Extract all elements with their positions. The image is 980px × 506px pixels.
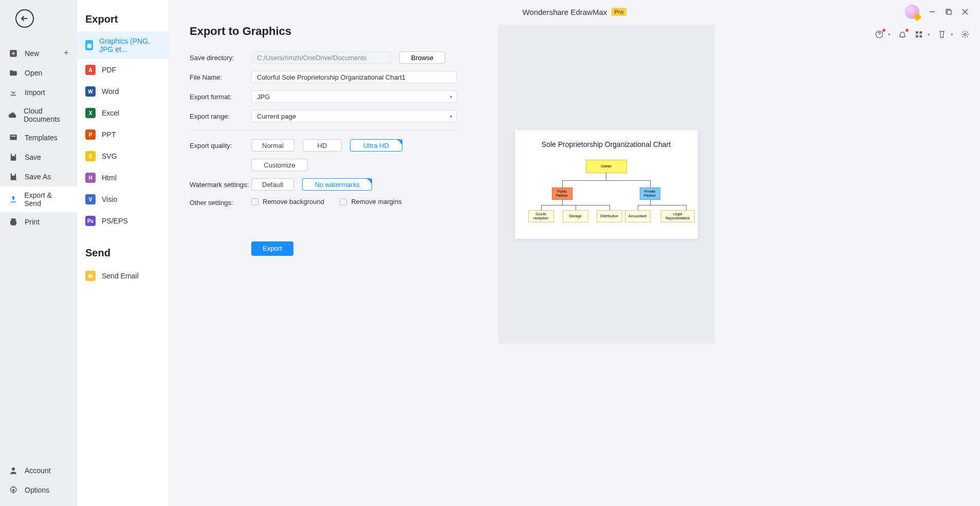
nav-templates[interactable]: Templates bbox=[0, 128, 77, 147]
range-select[interactable]: Current page bbox=[251, 110, 457, 122]
bell-icon[interactable] bbox=[898, 30, 907, 39]
minimize-button[interactable] bbox=[929, 8, 936, 15]
print-icon bbox=[8, 217, 19, 227]
preview-box: Sole Proprietorship Organizational Chart… bbox=[498, 25, 714, 344]
plus-square-icon bbox=[8, 48, 19, 59]
type-pdf[interactable]: A PDF bbox=[77, 59, 169, 81]
export-form: Export to Graphics Save directory: Brows… bbox=[190, 25, 457, 506]
toolbar: ▾ ▾ ▾ bbox=[875, 30, 970, 39]
visio-icon: V bbox=[85, 194, 96, 204]
theme-icon[interactable] bbox=[937, 30, 947, 39]
quality-hd[interactable]: HD bbox=[303, 139, 342, 152]
templates-icon bbox=[8, 133, 19, 143]
customize-button[interactable]: Customize bbox=[251, 159, 308, 171]
nav-label: Account bbox=[25, 466, 51, 475]
nav-save-as[interactable]: Save As bbox=[0, 167, 77, 186]
save-dir-input[interactable] bbox=[251, 51, 391, 64]
nav-print[interactable]: Print bbox=[0, 212, 77, 232]
nav-new[interactable]: New + bbox=[0, 43, 77, 63]
account-icon bbox=[8, 465, 19, 476]
nav-open[interactable]: Open bbox=[0, 63, 77, 83]
watermark-none[interactable]: No watermarks bbox=[302, 178, 372, 191]
nav-export-send[interactable]: Export & Send bbox=[0, 186, 77, 212]
email-icon: ✉ bbox=[85, 271, 96, 281]
grid-icon[interactable] bbox=[914, 30, 923, 39]
nav-label: Options bbox=[25, 486, 49, 494]
format-select[interactable]: JPG bbox=[251, 90, 457, 103]
nav-import[interactable]: Import bbox=[0, 83, 77, 102]
type-label: PDF bbox=[102, 66, 116, 74]
chevron-down-icon[interactable]: ▾ bbox=[951, 32, 953, 37]
quality-ultra-hd[interactable]: Ultra HD bbox=[350, 139, 402, 152]
excel-icon: X bbox=[85, 108, 96, 118]
form-heading: Export to Graphics bbox=[190, 25, 457, 38]
remove-bg-checkbox[interactable]: Remove background bbox=[251, 198, 324, 205]
type-excel[interactable]: X Excel bbox=[77, 102, 169, 124]
range-value: Current page bbox=[257, 113, 296, 120]
chevron-down-icon[interactable]: ▾ bbox=[888, 32, 891, 37]
send-email[interactable]: ✉ Send Email bbox=[77, 265, 169, 287]
nav-save[interactable]: Save bbox=[0, 147, 77, 167]
export-button[interactable]: Export bbox=[251, 241, 293, 256]
node-private-partner: Private Partner bbox=[640, 188, 660, 200]
type-label: PS/EPS bbox=[102, 217, 128, 225]
preview-title: Sole Proprietorship Organizational Chart bbox=[522, 140, 691, 148]
nav-cloud[interactable]: Cloud Documents bbox=[0, 102, 77, 128]
pro-badge: Pro bbox=[611, 8, 626, 16]
nav-label: Save As bbox=[25, 173, 51, 181]
menu-nav: New + Open Import Cloud Documents Templa… bbox=[0, 0, 77, 506]
settings-icon[interactable] bbox=[960, 30, 970, 39]
save-icon bbox=[8, 152, 19, 162]
pdf-icon: A bbox=[85, 65, 96, 75]
back-button[interactable] bbox=[15, 9, 34, 28]
remove-margins-label: Remove margins bbox=[351, 198, 401, 205]
type-graphics[interactable]: ▣ Graphics (PNG, JPG et... bbox=[77, 31, 169, 59]
type-label: Excel bbox=[102, 109, 119, 117]
other-label: Other settings: bbox=[190, 199, 251, 207]
chevron-down-icon[interactable]: ▾ bbox=[928, 32, 930, 37]
type-visio[interactable]: V Visio bbox=[77, 189, 169, 210]
org-chart: Owner Public Partner Private Partner bbox=[522, 160, 691, 232]
gear-icon bbox=[8, 485, 19, 495]
file-name-input[interactable] bbox=[251, 71, 457, 83]
type-pseps[interactable]: Ps PS/EPS bbox=[77, 210, 169, 232]
app-title: Wondershare EdrawMax bbox=[522, 8, 607, 16]
node-accountant: Accountant bbox=[625, 210, 651, 222]
checkbox-icon bbox=[251, 198, 258, 205]
ppt-icon: P bbox=[85, 129, 96, 140]
type-word[interactable]: W Word bbox=[77, 81, 169, 102]
node-distribution: Distribution bbox=[597, 210, 622, 222]
nav-account[interactable]: Account bbox=[0, 461, 77, 480]
close-button[interactable] bbox=[961, 8, 969, 15]
svg-point-3 bbox=[12, 467, 15, 471]
svg-rect-12 bbox=[919, 35, 922, 38]
watermark-default[interactable]: Default bbox=[251, 178, 294, 191]
checkbox-icon bbox=[340, 198, 347, 205]
type-label: PPT bbox=[102, 130, 116, 139]
browse-button[interactable]: Browse bbox=[399, 51, 445, 64]
type-ppt[interactable]: P PPT bbox=[77, 124, 169, 145]
avatar[interactable] bbox=[905, 5, 919, 19]
type-label: Send Email bbox=[102, 272, 139, 280]
file-name-label: File Name: bbox=[190, 73, 251, 81]
format-label: Export format: bbox=[190, 93, 251, 101]
nav-label: Export & Send bbox=[24, 191, 69, 208]
nav-options[interactable]: Options bbox=[0, 480, 77, 500]
nav-label: New bbox=[25, 49, 39, 58]
nav-label: Cloud Documents bbox=[24, 107, 69, 123]
node-legal: Legal Representative bbox=[661, 210, 695, 222]
type-label: Word bbox=[102, 87, 119, 96]
svg-point-13 bbox=[964, 33, 966, 35]
type-html[interactable]: H Html bbox=[77, 167, 169, 189]
type-label: Visio bbox=[102, 195, 117, 203]
type-svg[interactable]: S SVG bbox=[77, 145, 169, 167]
save-dir-label: Save directory: bbox=[190, 54, 251, 62]
nav-label: Save bbox=[25, 153, 41, 161]
maximize-button[interactable] bbox=[945, 8, 952, 15]
plus-icon[interactable]: + bbox=[63, 48, 69, 59]
remove-margins-checkbox[interactable]: Remove margins bbox=[340, 198, 401, 205]
export-type-list: Export ▣ Graphics (PNG, JPG et... A PDF … bbox=[77, 0, 169, 506]
quality-normal[interactable]: Normal bbox=[251, 139, 294, 152]
save-as-icon bbox=[8, 172, 19, 182]
help-icon[interactable] bbox=[875, 30, 884, 39]
